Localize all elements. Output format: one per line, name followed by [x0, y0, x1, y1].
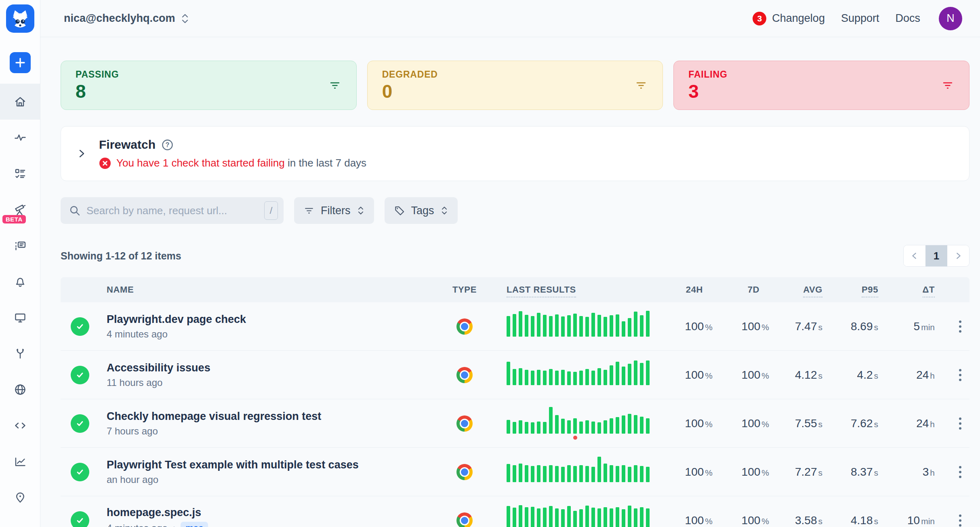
kebab-menu-icon[interactable]: [957, 464, 964, 481]
result-bar[interactable]: [616, 362, 619, 385]
result-bar[interactable]: [525, 465, 528, 482]
result-bar[interactable]: [585, 506, 589, 527]
result-bar[interactable]: [537, 465, 540, 482]
result-bar[interactable]: [531, 371, 534, 385]
result-bar[interactable]: [567, 506, 571, 527]
table-row[interactable]: Playwright Test example with multiple te…: [61, 448, 969, 496]
result-bar[interactable]: [543, 508, 547, 527]
result-bar[interactable]: [549, 316, 553, 337]
prev-page-button[interactable]: [904, 245, 925, 266]
result-bar[interactable]: [604, 420, 607, 434]
result-bar[interactable]: [604, 370, 607, 385]
result-bar[interactable]: [531, 422, 534, 434]
result-bar[interactable]: [543, 371, 547, 385]
kebab-menu-icon[interactable]: [957, 367, 964, 384]
result-bar[interactable]: [616, 417, 619, 434]
result-bar[interactable]: [573, 314, 577, 337]
result-bar[interactable]: [549, 369, 553, 385]
result-bar[interactable]: [597, 508, 601, 527]
result-bar[interactable]: [543, 315, 547, 337]
result-bar[interactable]: [591, 371, 595, 385]
result-bar[interactable]: [561, 370, 565, 385]
result-bar[interactable]: [531, 316, 534, 337]
result-bar[interactable]: [561, 509, 565, 527]
result-bar[interactable]: [549, 506, 553, 527]
filters-button[interactable]: Filters: [294, 197, 374, 224]
result-bar[interactable]: [591, 313, 595, 337]
result-bar[interactable]: [579, 465, 583, 482]
result-bar[interactable]: [573, 466, 577, 482]
table-row[interactable]: Accessibility issues 11 hours ago 100% 1…: [61, 351, 969, 399]
result-bar[interactable]: [591, 467, 595, 482]
result-bar[interactable]: [555, 415, 559, 434]
results-bar-chart[interactable]: [507, 504, 652, 527]
result-bar[interactable]: [646, 508, 650, 527]
result-bar[interactable]: [646, 467, 650, 482]
page-number[interactable]: 1: [925, 245, 947, 266]
sidebar-item-dashboards[interactable]: [0, 299, 40, 335]
result-bar[interactable]: [567, 465, 571, 482]
sidebar-item-runtimes[interactable]: [0, 407, 40, 443]
col-header-last-results[interactable]: LAST RESULTS: [490, 285, 652, 295]
result-bar[interactable]: [555, 371, 559, 385]
result-bar[interactable]: [634, 508, 637, 527]
result-bar[interactable]: [579, 509, 583, 527]
result-bar[interactable]: [513, 369, 516, 385]
result-bar[interactable]: [628, 506, 631, 527]
result-bar[interactable]: [628, 467, 631, 482]
result-bar[interactable]: [591, 508, 595, 527]
result-bar[interactable]: [604, 464, 607, 482]
result-bar[interactable]: [531, 466, 534, 482]
check-name[interactable]: homepage.spec.js: [107, 506, 439, 519]
sidebar-item-home[interactable]: [0, 84, 40, 120]
check-name[interactable]: Playwright Test example with multiple te…: [107, 459, 439, 471]
result-bar[interactable]: [507, 506, 510, 527]
result-bar[interactable]: [610, 465, 613, 482]
result-bar[interactable]: [646, 311, 650, 337]
result-bar[interactable]: [591, 422, 595, 434]
result-bar[interactable]: [567, 420, 571, 434]
sidebar-item-checks[interactable]: [0, 156, 40, 192]
result-bar[interactable]: [561, 419, 565, 434]
passing-card[interactable]: PASSING 8: [61, 61, 357, 110]
sidebar-item-activity[interactable]: [0, 120, 40, 156]
result-bar[interactable]: [610, 508, 613, 527]
result-bar[interactable]: [616, 507, 619, 527]
result-bar[interactable]: [567, 315, 571, 337]
sidebar-item-private-locations[interactable]: [0, 371, 40, 407]
result-bar[interactable]: [573, 372, 577, 385]
result-bar[interactable]: [519, 311, 522, 337]
col-header-p95[interactable]: P95: [834, 285, 894, 295]
result-bar[interactable]: [525, 370, 528, 385]
result-bar[interactable]: [507, 362, 510, 385]
result-bar[interactable]: [597, 422, 601, 434]
result-bar[interactable]: [604, 317, 607, 337]
result-bar[interactable]: [537, 422, 540, 434]
result-bar[interactable]: [549, 407, 553, 434]
sidebar-item-detect-beta[interactable]: BETA: [0, 192, 40, 228]
result-bar[interactable]: [519, 505, 522, 527]
result-bar[interactable]: [537, 508, 540, 527]
check-name[interactable]: Checkly homepage visual regression test: [107, 410, 439, 423]
support-link[interactable]: Support: [841, 12, 879, 25]
check-name[interactable]: Playwright.dev page check: [107, 313, 439, 326]
kebab-menu-icon[interactable]: [957, 318, 964, 335]
result-bar[interactable]: [616, 466, 619, 482]
expand-chevron-icon[interactable]: [76, 148, 88, 160]
tags-button[interactable]: Tags: [385, 197, 458, 224]
result-bar[interactable]: [640, 466, 644, 482]
kebab-menu-icon[interactable]: [957, 415, 964, 432]
sidebar-item-logs[interactable]: [0, 228, 40, 264]
result-bar[interactable]: [628, 414, 631, 434]
sidebar-item-maintenance[interactable]: [0, 335, 40, 371]
result-bar[interactable]: [507, 316, 510, 337]
table-row[interactable]: Checkly homepage visual regression test …: [61, 399, 969, 448]
result-bar[interactable]: [585, 466, 589, 482]
results-bar-chart[interactable]: [507, 358, 652, 391]
result-bar[interactable]: [537, 313, 540, 337]
result-bar[interactable]: [561, 467, 565, 482]
result-bar[interactable]: [640, 315, 644, 337]
result-bar[interactable]: [628, 318, 631, 337]
result-bar[interactable]: [555, 508, 559, 527]
result-bar[interactable]: [555, 314, 559, 337]
